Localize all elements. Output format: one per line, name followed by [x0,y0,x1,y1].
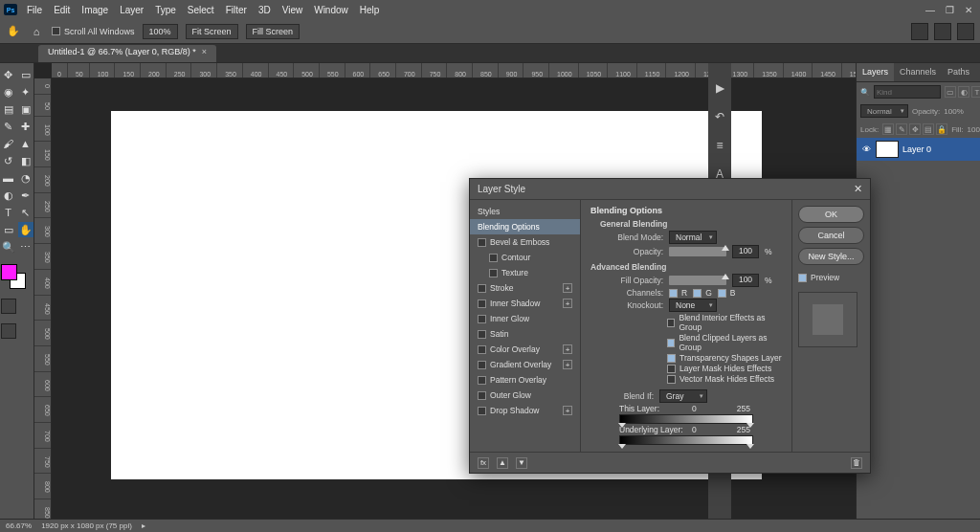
heal-tool-icon[interactable]: ✚ [18,119,33,134]
vectormask-hides-checkbox[interactable] [667,375,676,384]
menu-select[interactable]: Select [182,5,220,15]
hand-tool-icon[interactable]: ✋ [18,222,33,237]
ok-button[interactable]: OK [798,206,864,223]
fill-screen-button[interactable]: Fill Screen [246,24,301,39]
style-checkbox[interactable] [478,315,486,323]
transparency-shapes-checkbox[interactable] [667,354,676,363]
menu-type[interactable]: Type [149,5,182,15]
edit-toolbar-icon[interactable]: ⋯ [18,239,33,255]
trash-icon[interactable]: 🗑 [851,457,862,469]
crop-tool-icon[interactable]: ▤ [1,101,16,117]
blend-mode-select[interactable]: Normal [860,104,908,118]
scroll-all-windows-checkbox[interactable]: Scroll All Windows [52,27,135,36]
ruler-icon[interactable]: ≡ [712,138,727,153]
add-effect-icon[interactable]: + [563,299,572,308]
visibility-icon[interactable]: 👁 [860,144,872,155]
style-checkbox[interactable] [478,361,486,369]
add-effect-icon[interactable]: + [563,360,572,369]
dodge-tool-icon[interactable]: ◐ [1,188,16,203]
style-item-texture[interactable]: Texture [470,265,580,280]
menu-image[interactable]: Image [76,5,114,15]
channel-b-checkbox[interactable] [718,289,726,298]
style-item-styles[interactable]: Styles [470,204,580,219]
style-checkbox[interactable] [478,376,486,385]
color-swatches[interactable] [1,264,26,289]
lasso-tool-icon[interactable]: ◉ [1,84,16,100]
marquee-tool-icon[interactable]: ▭ [18,67,33,82]
screenmode-icon[interactable] [1,323,16,339]
blur-tool-icon[interactable]: ◔ [18,170,33,186]
type-tool-icon[interactable]: T [1,205,16,220]
style-item-gradient-overlay[interactable]: Gradient Overlay+ [470,357,580,372]
history-brush-icon[interactable]: ↺ [1,153,16,168]
knockout-select[interactable]: None [669,299,717,312]
move-up-icon[interactable]: ▲ [497,457,508,469]
pen-tool-icon[interactable]: ✒ [18,188,33,203]
home-icon[interactable]: ⌂ [29,24,44,39]
style-item-outer-glow[interactable]: Outer Glow [470,388,580,403]
style-item-blending-options[interactable]: Blending Options [470,219,580,234]
style-item-color-overlay[interactable]: Color Overlay+ [470,342,580,357]
quickmask-icon[interactable] [1,299,16,314]
blendmode-select[interactable]: Normal [669,231,717,244]
thislayer-gradient[interactable] [619,414,753,424]
frame-tool-icon[interactable]: ▣ [18,101,33,117]
brush-tool-icon[interactable]: 🖌 [1,136,16,151]
play-icon[interactable]: ▶ [712,80,727,96]
style-checkbox[interactable] [478,391,486,400]
channel-g-checkbox[interactable] [693,289,702,298]
history-icon[interactable]: ↶ [712,109,727,124]
gradient-tool-icon[interactable]: ▬ [1,170,16,186]
menu-window[interactable]: Window [308,5,354,15]
preview-checkbox[interactable] [798,274,807,282]
style-item-inner-glow[interactable]: Inner Glow [470,311,580,326]
search-icon[interactable] [957,23,974,40]
opacity-slider[interactable] [669,247,726,256]
style-item-contour[interactable]: Contour [470,250,580,265]
style-item-drop-shadow[interactable]: Drop Shadow+ [470,403,580,418]
style-item-stroke[interactable]: Stroke+ [470,280,580,296]
lock-icons[interactable]: ▦✎✥▤🔒 [882,123,947,135]
arrange-icon[interactable] [911,23,928,40]
style-checkbox[interactable] [489,254,498,262]
document-tab[interactable]: Untitled-1 @ 66.7% (Layer 0, RGB/8) *× [38,45,216,62]
fx-icon[interactable]: fx [478,457,489,469]
fillopacity-slider[interactable] [669,276,726,285]
style-checkbox[interactable] [478,345,486,354]
layer-thumbnail[interactable] [876,141,899,158]
window-minimize-icon[interactable]: — [923,4,938,15]
menu-help[interactable]: Help [354,5,386,15]
style-checkbox[interactable] [478,407,486,415]
blend-clipped-checkbox[interactable] [667,339,675,347]
style-checkbox[interactable] [489,269,498,277]
tab-close-icon[interactable]: × [202,47,207,56]
path-tool-icon[interactable]: ↖ [18,205,33,220]
dialog-titlebar[interactable]: Layer Style ✕ [470,179,870,200]
eyedropper-tool-icon[interactable]: ✎ [1,119,16,134]
dialog-close-icon[interactable]: ✕ [854,183,862,195]
move-tool-icon[interactable]: ✥ [1,67,16,82]
opacity-value[interactable]: 100% [944,107,963,116]
tab-channels[interactable]: Channels [894,63,942,81]
tab-layers[interactable]: Layers [857,63,894,81]
blendif-select[interactable]: Gray [659,389,707,403]
style-item-inner-shadow[interactable]: Inner Shadow+ [470,296,580,311]
doc-info[interactable]: 1920 px x 1080 px (75 ppi) [41,521,132,530]
cancel-button[interactable]: Cancel [798,227,864,244]
window-close-icon[interactable]: ✕ [961,4,976,15]
menu-file[interactable]: File [21,5,48,15]
fit-screen-button[interactable]: Fit Screen [186,24,238,39]
newstyle-button[interactable]: New Style... [798,248,864,265]
layermask-hides-checkbox[interactable] [667,365,676,373]
style-checkbox[interactable] [478,299,486,308]
foreground-color[interactable] [1,264,17,280]
tab-paths[interactable]: Paths [942,63,975,81]
move-down-icon[interactable]: ▼ [516,457,527,469]
layer-row[interactable]: 👁 Layer 0 [857,138,980,161]
add-effect-icon[interactable]: + [563,406,572,415]
zoom-readout[interactable]: 66.67% [6,521,32,530]
style-item-pattern-overlay[interactable]: Pattern Overlay [470,372,580,388]
zoom-percent[interactable]: 100% [143,24,178,39]
style-item-satin[interactable]: Satin [470,326,580,342]
shape-tool-icon[interactable]: ▭ [1,222,16,237]
